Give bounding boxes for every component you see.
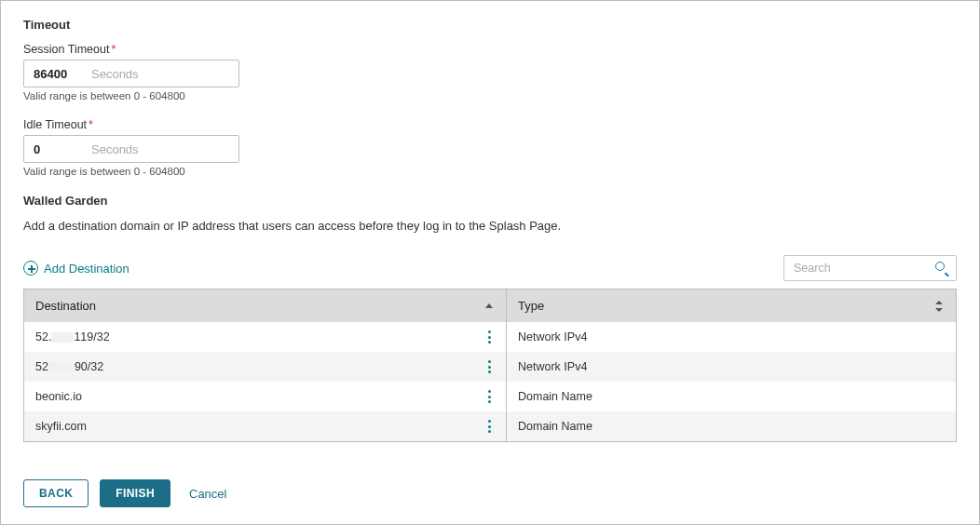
idle-timeout-label: Idle Timeout* (23, 118, 957, 131)
table-row: beonic.ioDomain Name (24, 382, 956, 411)
search-box[interactable] (783, 255, 957, 281)
walled-garden-heading: Walled Garden (23, 194, 957, 208)
type-cell: Domain Name (507, 411, 956, 441)
required-asterisk: * (111, 43, 116, 56)
column-header-type[interactable]: Type (507, 289, 956, 322)
table-row: skyfii.comDomain Name (24, 411, 956, 441)
search-icon[interactable] (935, 262, 948, 275)
destination-value: skyfii.com (35, 420, 87, 433)
destination-cell: skyfii.com (24, 411, 507, 441)
idle-timeout-input-wrapper[interactable]: Seconds (23, 135, 239, 163)
finish-button[interactable]: FINISH (100, 479, 170, 507)
session-timeout-input[interactable] (34, 67, 89, 81)
walled-garden-toolbar: Add Destination (23, 255, 957, 281)
type-cell: Domain Name (507, 382, 956, 411)
session-timeout-label: Session Timeout* (23, 43, 957, 56)
redacted-segment (48, 362, 75, 372)
cancel-link[interactable]: Cancel (189, 487, 226, 501)
column-header-destination[interactable]: Destination (24, 289, 507, 322)
add-destination-label: Add Destination (44, 262, 129, 276)
table-row: 5290/32Network IPv4 (24, 352, 956, 382)
idle-timeout-hint: Valid range is between 0 - 604800 (23, 166, 957, 177)
idle-timeout-field: Idle Timeout* Seconds Valid range is bet… (23, 118, 957, 177)
session-timeout-hint: Valid range is between 0 - 604800 (23, 90, 957, 101)
column-header-type-label: Type (518, 299, 544, 313)
sort-asc-icon[interactable] (483, 301, 495, 312)
row-actions-menu-icon[interactable] (483, 420, 495, 433)
required-asterisk: * (88, 118, 93, 131)
row-actions-menu-icon[interactable] (483, 390, 495, 403)
row-actions-menu-icon[interactable] (483, 360, 495, 373)
idle-timeout-suffix: Seconds (91, 142, 139, 156)
session-timeout-field: Session Timeout* Seconds Valid range is … (23, 43, 957, 101)
idle-timeout-label-text: Idle Timeout (23, 118, 87, 131)
destination-value: 52.119/32 (35, 330, 110, 343)
destination-cell: beonic.io (24, 382, 507, 411)
idle-timeout-input[interactable] (34, 142, 89, 156)
session-timeout-suffix: Seconds (91, 67, 139, 81)
session-timeout-input-wrapper[interactable]: Seconds (23, 60, 239, 88)
column-header-destination-label: Destination (35, 299, 96, 313)
redacted-segment (51, 332, 74, 343)
footer-bar: BACK FINISH Cancel (23, 479, 226, 507)
search-input[interactable] (792, 261, 922, 276)
walled-garden-description: Add a destination domain or IP address t… (23, 219, 957, 233)
row-actions-menu-icon[interactable] (483, 330, 495, 343)
add-destination-link[interactable]: Add Destination (23, 261, 129, 276)
sort-icon[interactable] (933, 301, 945, 312)
back-button[interactable]: BACK (23, 479, 88, 507)
plus-circle-icon (23, 261, 38, 276)
type-cell: Network IPv4 (507, 352, 956, 382)
table-header-row: Destination Type (24, 289, 956, 322)
session-timeout-label-text: Session Timeout (23, 43, 109, 56)
destination-cell: 52.119/32 (24, 322, 507, 352)
destination-cell: 5290/32 (24, 352, 507, 382)
type-cell: Network IPv4 (507, 322, 956, 352)
timeout-heading: Timeout (23, 18, 957, 32)
destination-value: beonic.io (35, 390, 82, 403)
table-row: 52.119/32Network IPv4 (24, 322, 956, 352)
destinations-table: Destination Type 52.119/32Network IPv452… (23, 289, 957, 442)
destination-value: 5290/32 (35, 360, 103, 373)
